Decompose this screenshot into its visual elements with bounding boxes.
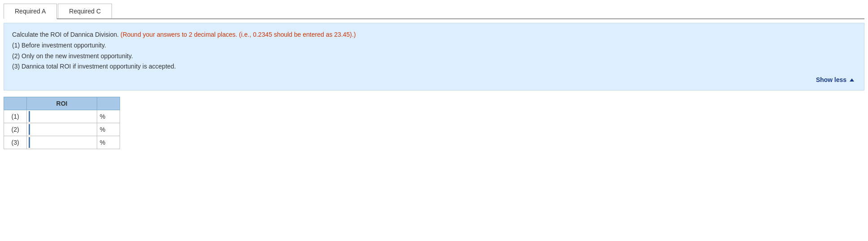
table-row: (3) % [4, 136, 120, 149]
main-instruction: Calculate the ROI of Dannica Division. [12, 31, 119, 38]
roi-input-cell-3 [27, 136, 97, 149]
row-label-2: (2) [4, 123, 27, 136]
roi-input-3[interactable] [29, 137, 95, 148]
highlight-instruction: (Round your answers to 2 decimal places.… [120, 31, 356, 38]
table-header-empty-left [4, 97, 27, 110]
roi-unit-2: % [97, 123, 120, 136]
instruction-text: Calculate the ROI of Dannica Division. (… [12, 30, 856, 40]
table-header-empty-right [97, 97, 120, 110]
page-container: Required A Required C Calculate the ROI … [0, 0, 868, 241]
tabs-container: Required A Required C [4, 4, 864, 19]
tab-required-c[interactable]: Required C [58, 4, 112, 18]
table-row: (2) % [4, 123, 120, 136]
row-label-1: (1) [4, 110, 27, 123]
roi-input-2[interactable] [29, 124, 95, 135]
instruction-item-3: (3) Dannica total ROI if investment oppo… [12, 61, 856, 72]
show-less-button[interactable]: Show less [12, 75, 856, 86]
info-box: Calculate the ROI of Dannica Division. (… [4, 23, 864, 90]
table-header-roi: ROI [27, 97, 97, 110]
show-less-label: Show less [816, 76, 847, 83]
roi-input-cell-2 [27, 123, 97, 136]
roi-unit-3: % [97, 136, 120, 149]
tab-required-a[interactable]: Required A [4, 4, 57, 19]
instruction-item-2: (2) Only on the new investment opportuni… [12, 51, 856, 62]
roi-table: ROI (1) % (2) % (3) [4, 97, 120, 149]
roi-input-1[interactable] [29, 111, 95, 122]
roi-input-cell-1 [27, 110, 97, 123]
table-row: (1) % [4, 110, 120, 123]
row-label-3: (3) [4, 136, 27, 149]
roi-unit-1: % [97, 110, 120, 123]
instruction-item-1: (1) Before investment opportunity. [12, 40, 856, 51]
arrow-up-icon [850, 78, 854, 82]
